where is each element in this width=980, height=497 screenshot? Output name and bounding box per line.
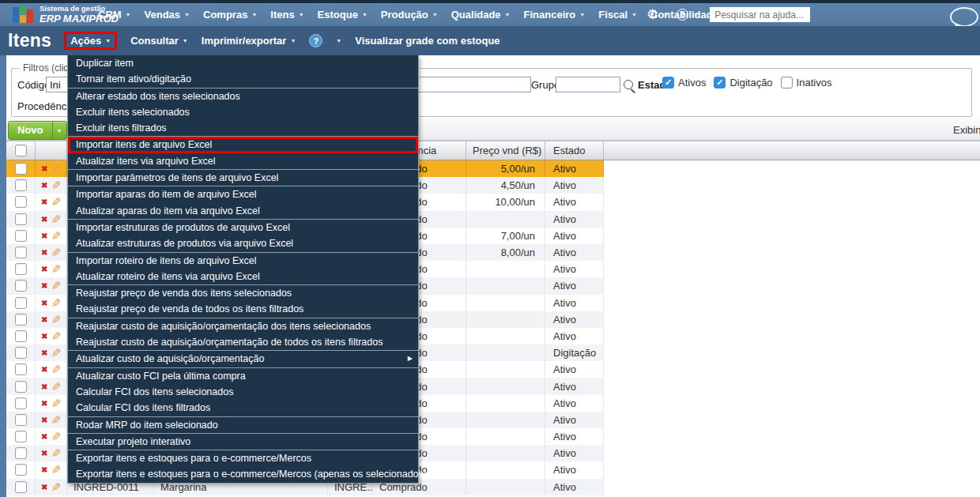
delete-icon[interactable]: ✖ [41,365,47,374]
checkbox-checked-icon[interactable]: ✓ [714,77,726,88]
menu-item-rodar-mrp-do-item-selecionado[interactable]: Rodar MRP do item selecionado [68,417,418,433]
topnav-item-estoque[interactable]: Estoque▼ [318,9,368,21]
row-checkbox[interactable] [15,179,27,191]
menu-item-reajustar-custo-de-aquisicao-orcamentaca[interactable]: Reajustar custo de aquisição/orçamentaçã… [68,318,418,334]
menu-item-duplicar-item[interactable]: Duplicar item [68,55,418,71]
help-circle-icon[interactable]: ? [309,34,322,47]
menu-item-calcular-fci-dos-itens-selecionados[interactable]: Calcular FCI dos itens selecionados [68,384,418,400]
help-icon[interactable]: ? [677,9,688,21]
menu-item-atualizar-custo-de-aquisicao-orcamentaca[interactable]: Atualizar custo de aquisição/orçamentaçã… [68,351,418,367]
edit-icon[interactable]: ✎ [51,447,62,459]
menu-item-exportar-itens-e-estoques-para-o-e-comme[interactable]: Exportar itens e estoques para o e-comme… [68,450,418,466]
menu-visualizar-grade[interactable]: Visualizar grade com estoque [355,35,499,47]
topnav-item-itens[interactable]: Itens▼ [270,9,303,21]
delete-icon[interactable]: ✖ [41,315,47,324]
delete-icon[interactable]: ✖ [41,332,47,341]
edit-icon[interactable]: ✎ [51,314,62,326]
topnav-item-compras[interactable]: Compras▼ [203,9,257,21]
menu-item-reajustar-preco-de-venda-de-todos-os-ite[interactable]: Reajustar preço de venda de todos os ite… [68,301,418,317]
topnav-item-financeiro[interactable]: Financeiro▼ [524,9,586,21]
menu-item-importar-estruturas-de-produtos-de-arqui[interactable]: Importar estruturas de produtos de arqui… [68,220,418,235]
edit-icon[interactable]: ✎ [51,330,62,342]
menu-item-importar-parametros-de-itens-de-arquivo-[interactable]: Importar parâmetros de itens de arquivo … [68,170,418,186]
row-checkbox[interactable] [15,397,27,409]
column-header-estado[interactable]: Estado [545,141,604,160]
column-header-actions[interactable] [36,141,67,160]
menu-item-atualizar-roteiro-de-itens-via-arquivo-e[interactable]: Atualizar roteiro de itens via arquivo E… [68,269,418,284]
menu-item-atualizar-aparas-do-item-via-arquivo-exc[interactable]: Atualizar aparas do item via arquivo Exc… [68,203,418,219]
menu-item-exportar-itens-e-estoques-para-o-e-comme[interactable]: Exportar itens e estoques para o e-comme… [68,466,418,482]
edit-icon[interactable]: ✎ [51,363,62,375]
edit-icon[interactable]: ✎ [51,431,62,442]
edit-icon[interactable]: ✎ [51,247,62,258]
delete-icon[interactable]: ✖ [41,399,47,408]
estado-option-digitacao[interactable]: ✓Digitação [714,77,772,88]
row-checkbox[interactable] [15,381,27,393]
delete-icon[interactable]: ✖ [41,483,47,491]
estado-option-ativos[interactable]: ✓Ativos [662,77,706,88]
gear-chevron-down-icon[interactable]: ▼ [663,12,669,17]
edit-icon[interactable]: ✎ [51,381,62,393]
delete-icon[interactable]: ✖ [41,215,47,224]
topnav-item-crm[interactable]: CRM▼ [98,9,131,21]
delete-icon[interactable]: ✖ [41,265,47,273]
menu-item-reajustar-custo-de-aquisicao-orcamentaca[interactable]: Reajustar custo de aquisição/orçamentaçã… [68,334,418,350]
delete-icon[interactable]: ✖ [41,416,47,424]
topnav-item-fiscal[interactable]: Fiscal▼ [598,9,637,21]
row-checkbox[interactable] [15,163,27,175]
column-header-price[interactable]: Preço vnd (R$) [466,141,545,160]
topnav-item-producao[interactable]: Produção▼ [381,9,438,21]
menu-consultar[interactable]: Consultar ▼ [130,35,188,47]
menu-item-excluir-itens-filtrados[interactable]: Excluir itens filtrados [68,120,418,136]
delete-icon[interactable]: ✖ [41,465,47,474]
help-chevron-down-icon[interactable]: ▼ [336,38,341,43]
menu-acoes[interactable]: Ações ▼ [64,32,117,50]
column-header-select[interactable] [6,141,36,160]
delete-icon[interactable]: ✖ [41,248,47,257]
row-checkbox[interactable] [15,330,27,342]
row-checkbox[interactable] [15,414,27,426]
search-icon[interactable] [624,80,633,89]
estado-option-inativos[interactable]: Inativos [781,77,832,88]
row-checkbox[interactable] [15,297,27,309]
delete-icon[interactable]: ✖ [41,181,47,190]
row-checkbox[interactable] [15,263,27,275]
delete-icon[interactable]: ✖ [41,449,47,457]
gear-icon[interactable]: ⚙ [646,8,658,21]
row-checkbox[interactable] [15,230,27,242]
topnav-item-vendas[interactable]: Vendas▼ [145,9,190,21]
chat-bubble-icon[interactable] [950,7,978,27]
row-checkbox[interactable] [15,213,27,225]
edit-icon[interactable]: ✎ [51,347,62,359]
edit-icon[interactable]: ✎ [51,163,62,175]
menu-item-reajustar-preco-de-venda-dos-itens-selec[interactable]: Reajustar preço de venda dos itens selec… [68,285,418,301]
edit-icon[interactable]: ✎ [51,481,62,493]
edit-icon[interactable]: ✎ [51,280,62,292]
delete-icon[interactable]: ✖ [41,348,47,357]
help-search-input[interactable] [710,7,810,22]
checkbox-checked-icon[interactable]: ✓ [662,77,674,88]
menu-item-executar-projeto-interativo[interactable]: Executar projeto interativo [68,434,418,450]
topnav-item-qualidade[interactable]: Qualidade▼ [451,9,511,21]
row-checkbox[interactable] [15,347,27,359]
row-checkbox[interactable] [15,280,27,292]
grupo-input[interactable] [556,77,620,92]
menu-item-importar-roteiro-de-itens-de-arquivo-exc[interactable]: Importar roteiro de itens de arquivo Exc… [68,253,418,269]
row-checkbox[interactable] [15,363,27,375]
edit-icon[interactable]: ✎ [51,414,62,426]
delete-icon[interactable]: ✖ [41,164,47,173]
edit-icon[interactable]: ✎ [51,297,62,309]
help-chevron-down-icon[interactable]: ▼ [693,12,699,17]
menu-item-atualizar-itens-via-arquivo-excel[interactable]: Atualizar itens via arquivo Excel [68,153,418,169]
row-checkbox[interactable] [15,447,27,459]
edit-icon[interactable]: ✎ [51,464,62,476]
menu-item-tornar-item-ativo-digitacao[interactable]: Tornar item ativo/digitação [68,71,418,87]
checkbox-unchecked-icon[interactable] [781,77,793,88]
edit-icon[interactable]: ✎ [51,213,62,225]
row-checkbox[interactable] [15,314,27,326]
row-checkbox[interactable] [15,247,27,258]
menu-item-alterar-estado-dos-itens-selecionados[interactable]: Alterar estado dos itens selecionados [68,88,418,104]
menu-item-importar-aparas-do-item-de-arquivo-excel[interactable]: Importar aparas do item de arquivo Excel [68,186,418,202]
menu-item-calcular-fci-dos-itens-filtrados[interactable]: Calcular FCI dos itens filtrados [68,400,418,416]
menu-item-importar-itens-de-arquivo-excel[interactable]: Importar itens de arquivo Excel [68,137,418,152]
